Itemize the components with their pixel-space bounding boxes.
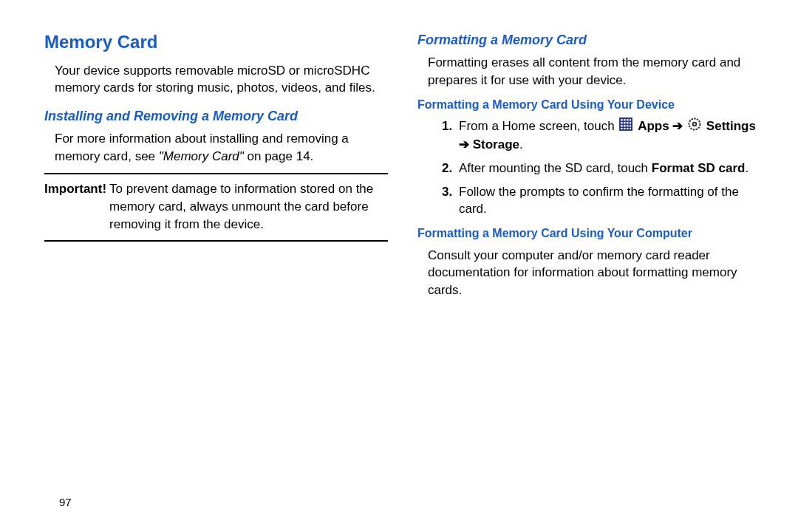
settings-gear-icon	[688, 117, 701, 136]
svg-rect-2	[624, 119, 626, 121]
note-content: To prevent damage to information stored …	[109, 180, 388, 233]
step-1: From a Home screen, touch Apps ➔	[456, 117, 761, 154]
page-columns: Memory Card Your device supports removab…	[44, 30, 761, 305]
right-column: Formatting a Memory Card Formatting eras…	[417, 30, 761, 305]
svg-rect-12	[630, 125, 631, 127]
step1-text: From a Home screen, touch	[459, 119, 618, 133]
format-intro: Formatting erases all content from the m…	[428, 54, 761, 89]
settings-label: Settings	[706, 119, 756, 133]
sub-heading-device: Formatting a Memory Card Using Your Devi…	[417, 97, 761, 113]
intro-text: Your device supports removable microSD o…	[55, 62, 388, 98]
svg-rect-1	[621, 119, 623, 121]
svg-rect-5	[621, 122, 623, 124]
computer-paragraph: Consult your computer and/or memory card…	[428, 247, 761, 299]
section-heading: Memory Card	[44, 30, 388, 55]
svg-rect-14	[624, 128, 626, 129]
step2-text-a: After mounting the SD card, touch	[459, 161, 652, 175]
svg-rect-10	[624, 125, 626, 127]
svg-rect-9	[621, 125, 623, 127]
sub-heading-computer: Formatting a Memory Card Using Your Comp…	[417, 225, 761, 242]
svg-point-17	[689, 119, 700, 130]
step2-bold: Format SD card	[652, 161, 746, 175]
svg-rect-7	[627, 122, 629, 124]
arrow-icon-2: ➔	[459, 137, 469, 151]
left-column: Memory Card Your device supports removab…	[44, 30, 388, 305]
step-3: Follow the prompts to confirm the format…	[456, 183, 761, 219]
cross-reference: "Memory Card"	[159, 149, 244, 163]
apps-grid-icon	[619, 117, 632, 136]
svg-rect-6	[624, 122, 626, 124]
svg-point-18	[693, 123, 697, 126]
subsection-heading-format: Formatting a Memory Card	[417, 31, 761, 50]
install-text-b: on page 14.	[244, 149, 314, 163]
svg-rect-4	[630, 119, 631, 121]
arrow-icon: ➔	[672, 119, 683, 133]
steps-list: From a Home screen, touch Apps ➔	[453, 117, 761, 218]
storage-label: Storage	[473, 137, 519, 151]
page-number: 97	[59, 494, 72, 510]
svg-rect-8	[630, 122, 631, 124]
svg-rect-3	[627, 119, 629, 121]
note-label: Important!	[44, 180, 106, 233]
svg-rect-16	[630, 128, 631, 129]
svg-rect-15	[627, 128, 629, 129]
apps-label: Apps	[638, 119, 672, 133]
install-paragraph: For more information about installing an…	[55, 130, 388, 166]
important-note: Important! To prevent damage to informat…	[44, 173, 388, 242]
subsection-heading-install: Installing and Removing a Memory Card	[44, 107, 388, 126]
svg-rect-11	[627, 125, 629, 127]
svg-rect-13	[621, 128, 623, 129]
step-2: After mounting the SD card, touch Format…	[456, 160, 761, 177]
